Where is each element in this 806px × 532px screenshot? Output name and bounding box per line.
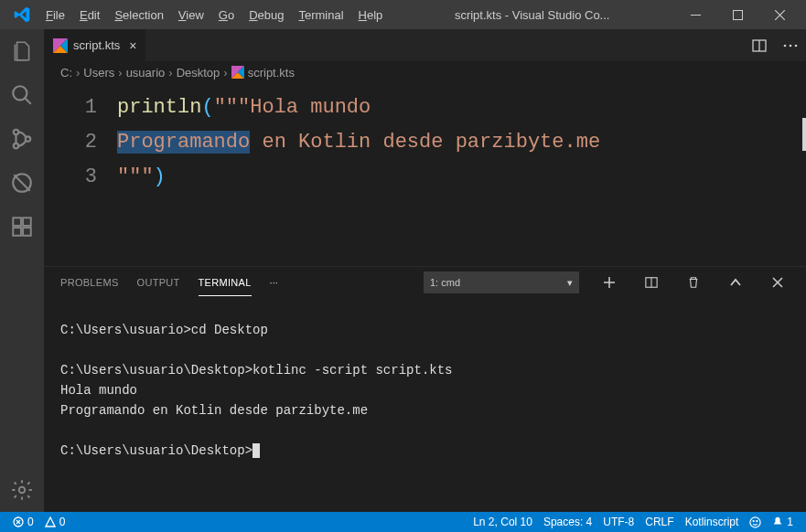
svg-rect-8 [23,218,31,226]
panel-tab-row: PROBLEMS OUTPUT TERMINAL ··· 1: cmd ▾ [44,267,806,298]
svg-rect-1 [733,10,742,19]
breadcrumb-seg[interactable]: script.kts [248,66,295,80]
code-editor[interactable]: 1 2 3 println("""Hola mundo Programando … [44,83,806,266]
window-controls [674,0,801,29]
svg-point-16 [784,44,787,47]
menu-help[interactable]: Help [351,3,391,27]
code-content[interactable]: println("""Hola mundo Programando en Kot… [117,83,806,266]
status-feedback-icon[interactable] [744,516,767,528]
svg-point-11 [19,487,26,494]
tab-label: script.kts [73,38,120,52]
menu-terminal[interactable]: Terminal [291,3,350,27]
svg-point-5 [26,136,30,141]
status-errors[interactable]: 0 [7,516,39,528]
svg-rect-7 [13,218,21,226]
svg-point-2 [13,86,27,100]
terminal-cursor [253,443,260,458]
status-spaces[interactable]: Spaces: 4 [538,516,597,528]
status-encoding[interactable]: UTF-8 [597,516,639,528]
panel-tab-output[interactable]: OUTPUT [137,270,180,295]
svg-rect-10 [23,228,31,236]
maximize-button[interactable] [716,0,758,29]
status-lncol[interactable]: Ln 2, Col 10 [467,516,538,528]
panel-more-icon[interactable]: ··· [270,277,278,288]
bottom-panel: PROBLEMS OUTPUT TERMINAL ··· 1: cmd ▾ [44,266,806,512]
close-panel-icon[interactable] [766,271,790,294]
terminal-output[interactable]: C:\Users\usuario>cd Desktop C:\Users\usu… [44,298,806,512]
editor-tabs: script.kts × [44,29,806,61]
tab-close-icon[interactable]: × [129,38,136,53]
close-button[interactable] [758,0,801,29]
chevron-right-icon: › [76,66,80,80]
menu-edit[interactable]: Edit [72,3,107,27]
minimize-button[interactable] [674,0,716,29]
menu-selection[interactable]: Selection [107,3,170,27]
chevron-right-icon: › [118,66,122,80]
breadcrumb-seg[interactable]: Desktop [177,66,220,80]
menu-go[interactable]: Go [211,3,242,27]
chevron-down-icon: ▾ [567,277,573,289]
status-bar: 0 0 Ln 2, Col 10 Spaces: 4 UTF-8 CRLF Ko… [0,512,806,532]
svg-rect-9 [13,228,21,236]
editor-cursor-indicator [802,118,806,151]
status-language[interactable]: Kotlinscript [680,516,745,528]
status-warnings[interactable]: 0 [39,516,71,528]
activity-bar [0,29,44,512]
kotlin-file-icon [53,38,68,53]
menu-view[interactable]: View [171,3,211,27]
status-eol[interactable]: CRLF [639,516,679,528]
more-actions-icon[interactable] [775,29,806,61]
line-number-gutter: 1 2 3 [44,83,117,266]
debug-icon[interactable] [0,161,44,205]
svg-point-4 [14,144,18,148]
vscode-logo-icon [13,5,31,24]
panel-tab-terminal[interactable]: TERMINAL [199,270,252,296]
svg-point-18 [795,44,798,47]
panel-tab-problems[interactable]: PROBLEMS [60,270,119,295]
breadcrumb-seg[interactable]: usuario [126,66,166,80]
kill-terminal-icon[interactable] [682,271,705,294]
svg-point-3 [14,130,18,134]
title-bar: File Edit Selection View Go Debug Termin… [0,0,806,29]
chevron-right-icon: › [168,66,172,80]
explorer-icon[interactable] [0,29,44,73]
maximize-panel-icon[interactable] [724,271,747,294]
svg-point-24 [750,516,760,527]
breadcrumb-seg[interactable]: C: [60,66,72,80]
chevron-right-icon: › [223,66,227,80]
search-icon[interactable] [0,73,44,117]
window-title: script.kts - Visual Studio Co... [390,8,674,22]
menu-bar: File Edit Selection View Go Debug Termin… [38,3,390,27]
svg-point-17 [790,44,792,47]
menu-file[interactable]: File [38,3,72,27]
svg-rect-0 [691,15,701,16]
split-editor-icon[interactable] [744,29,775,61]
menu-debug[interactable]: Debug [242,3,291,27]
extensions-icon[interactable] [0,205,44,249]
tab-script-kts[interactable]: script.kts × [44,29,146,61]
status-notifications[interactable]: 1 [767,516,799,528]
svg-point-25 [753,520,754,521]
breadcrumb-seg[interactable]: Users [83,66,114,80]
source-control-icon[interactable] [0,117,44,161]
breadcrumb[interactable]: C: › Users › usuario › Desktop › script.… [44,61,806,83]
new-terminal-icon[interactable] [597,271,621,294]
settings-gear-icon[interactable] [0,468,44,512]
terminal-selector[interactable]: 1: cmd ▾ [424,271,579,293]
svg-point-26 [757,520,758,521]
kotlin-file-icon [231,66,244,79]
split-terminal-icon[interactable] [639,271,663,294]
